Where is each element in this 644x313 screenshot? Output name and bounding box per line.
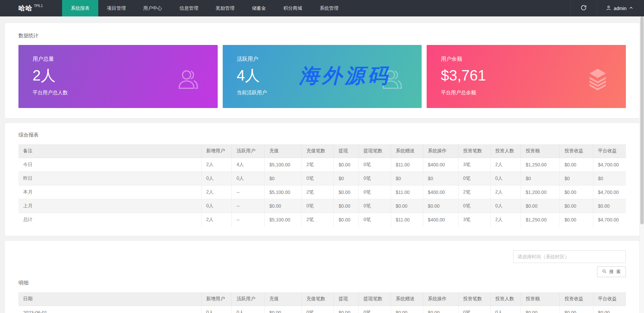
table-cell: $0.00 xyxy=(593,199,626,213)
card-label: 活跃用户 xyxy=(237,56,422,63)
column-header: 投资笔数 xyxy=(458,292,490,306)
table-cell: 3笔 xyxy=(458,213,490,227)
column-header: 投资收益 xyxy=(560,144,593,158)
detail-panel: 搜 索 明细 日期新增用户活跃用户充值充值笔数提现提现笔数系统赠送系统操作投资笔… xyxy=(5,241,639,313)
table-row: 本月2人--$5,100.002笔$0.000笔$11.00$400.002笔2… xyxy=(18,186,626,199)
table-row: 上月0人--$0.000笔$0.000笔$0.00$0.000笔0人$0.00$… xyxy=(18,199,626,213)
table-cell: -- xyxy=(232,213,265,227)
column-header: 备注 xyxy=(18,144,201,158)
app-title: 哈哈 xyxy=(18,4,33,12)
layers-icon xyxy=(586,66,610,93)
column-header: 新增用户 xyxy=(201,144,232,158)
summary-table: 备注新增用户活跃用户充值充值笔数提现提现笔数系统赠送系统操作投资笔数投资人数投资… xyxy=(18,144,626,226)
table-cell: 上月 xyxy=(18,199,201,213)
nav-item-info-management[interactable]: 信息管理 xyxy=(171,0,207,16)
table-cell: $0 xyxy=(264,172,301,186)
table-cell: 本月 xyxy=(18,186,201,199)
column-header: 投资额 xyxy=(521,144,560,158)
table-cell: $0.00 xyxy=(560,186,593,199)
table-cell: $11.00 xyxy=(391,158,423,172)
column-header: 提现笔数 xyxy=(359,292,391,306)
nav-item-points-mall[interactable]: 积分商城 xyxy=(275,0,311,16)
column-header: 提现 xyxy=(334,292,359,306)
table-cell: $1,200.00 xyxy=(521,186,560,199)
column-header: 系统赠送 xyxy=(391,292,423,306)
stat-card-total-users: 用户总量 2人 平台用户总人数 xyxy=(18,45,218,108)
page-scrollbar[interactable] xyxy=(639,16,644,313)
table-cell: $0.00 xyxy=(391,199,423,213)
table-cell: $400.00 xyxy=(423,158,458,172)
table-cell: 2笔 xyxy=(302,186,334,199)
table-cell: $0.00 xyxy=(423,306,458,313)
column-header: 投资收益 xyxy=(560,292,593,306)
search-row xyxy=(18,250,626,263)
table-cell: $0.00 xyxy=(560,306,593,313)
time-range-input[interactable] xyxy=(513,250,626,263)
table-row: 昨日0人0人$00笔$00笔$0$00笔0人$0$0$0 xyxy=(18,172,626,186)
table-cell: 0笔 xyxy=(302,172,334,186)
refresh-button[interactable] xyxy=(570,0,597,16)
stat-cards: 用户总量 2人 平台用户总人数 活跃用户 4人 当前活跃用户 xyxy=(18,45,626,108)
table-cell: 0笔 xyxy=(359,306,391,313)
table-cell: 0笔 xyxy=(458,306,490,313)
table-cell: 0笔 xyxy=(458,172,490,186)
table-cell: $5,100.00 xyxy=(264,213,301,227)
nav-item-project-management[interactable]: 项目管理 xyxy=(98,0,135,16)
table-cell: 4人 xyxy=(232,158,265,172)
column-header: 投资人数 xyxy=(490,292,521,306)
table-cell: $400.00 xyxy=(423,213,458,227)
search-button[interactable]: 搜 索 xyxy=(597,266,626,277)
nav-item-savings-fund[interactable]: 储蓄金 xyxy=(243,0,275,16)
summary-panel: 综合报表 备注新增用户活跃用户充值充值笔数提现提现笔数系统赠送系统操作投资笔数投… xyxy=(5,123,639,236)
table-cell: $1,250.00 xyxy=(521,213,560,227)
column-header: 平台收益 xyxy=(593,144,626,158)
app-logo[interactable]: 哈哈 TP5.1 xyxy=(0,0,62,16)
column-header: 投资人数 xyxy=(490,144,521,158)
table-cell: 0笔 xyxy=(458,199,490,213)
column-header: 充值笔数 xyxy=(302,144,334,158)
users-icon xyxy=(174,65,202,93)
table-cell: -- xyxy=(232,199,265,213)
column-header: 活跃用户 xyxy=(232,292,265,306)
column-header: 系统操作 xyxy=(423,144,458,158)
stats-panel: 数据统计 用户总量 2人 平台用户总人数 活跃用户 4人 当前活 xyxy=(5,23,639,118)
table-cell: $0.00 xyxy=(334,158,359,172)
table-cell: 0笔 xyxy=(302,306,334,313)
table-cell: $5,100.00 xyxy=(264,158,301,172)
table-cell: $1,250.00 xyxy=(521,158,560,172)
stat-card-active-users: 活跃用户 4人 当前活跃用户 海外源码 xyxy=(223,45,422,108)
column-header: 投资额 xyxy=(521,292,560,306)
scrollbar-thumb[interactable] xyxy=(640,16,644,224)
column-header: 充值笔数 xyxy=(302,292,334,306)
search-button-label: 搜 索 xyxy=(609,269,621,275)
detail-section-title: 明细 xyxy=(18,280,626,286)
user-menu[interactable]: admin xyxy=(597,0,644,16)
column-header: 新增用户 xyxy=(201,292,232,306)
table-cell: $0.00 xyxy=(334,306,359,313)
table-cell: $0 xyxy=(423,172,458,186)
column-header: 投资笔数 xyxy=(458,144,490,158)
card-label: 用户余额 xyxy=(441,56,626,63)
card-label: 用户总量 xyxy=(33,56,218,63)
nav-item-system-management[interactable]: 系统管理 xyxy=(311,0,347,16)
chevron-up-icon xyxy=(629,6,633,11)
nav-item-reward-management[interactable]: 奖励管理 xyxy=(207,0,243,16)
table-cell: 0人 xyxy=(201,306,232,313)
detail-table: 日期新增用户活跃用户充值充值笔数提现提现笔数系统赠送系统操作投资笔数投资人数投资… xyxy=(18,292,626,313)
table-cell: $4,700.00 xyxy=(593,186,626,199)
column-header: 活跃用户 xyxy=(232,144,265,158)
column-header: 平台收益 xyxy=(593,292,626,306)
column-header: 提现 xyxy=(334,144,359,158)
nav-item-system-reports[interactable]: 系统报表 xyxy=(62,0,98,16)
table-cell: 0人 xyxy=(201,199,232,213)
table-cell: $0 xyxy=(560,172,593,186)
table-cell: 0笔 xyxy=(359,199,391,213)
table-cell: 2笔 xyxy=(302,158,334,172)
table-cell: $0.00 xyxy=(521,306,560,313)
table-row: 总计2人--$5,100.002笔$0.000笔$11.00$400.003笔2… xyxy=(18,213,626,227)
table-cell: 昨日 xyxy=(18,172,201,186)
nav-right: admin xyxy=(570,0,644,16)
table-cell: $0.00 xyxy=(334,199,359,213)
nav-item-user-center[interactable]: 用户中心 xyxy=(135,0,171,16)
table-cell: 2人 xyxy=(490,186,521,199)
